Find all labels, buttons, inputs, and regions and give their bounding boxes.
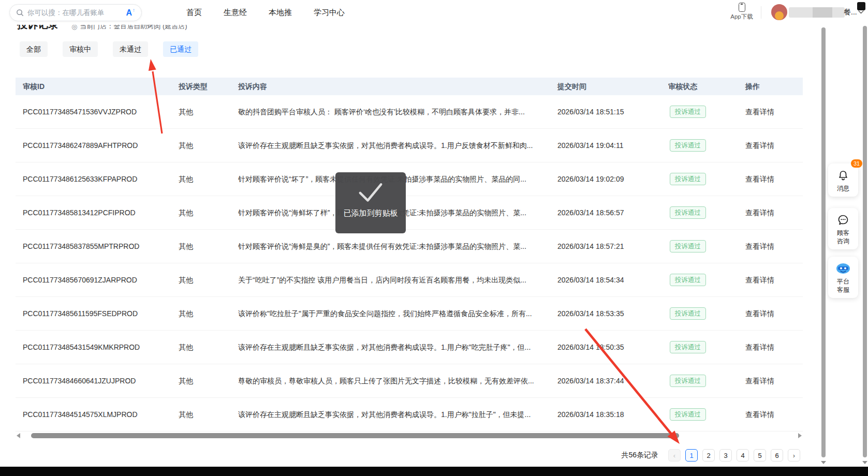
- checkmark-icon: [354, 181, 388, 203]
- filter-tab[interactable]: 全部: [20, 41, 48, 57]
- customer-inquiry-label: 顾客咨询: [836, 229, 850, 245]
- view-details-link[interactable]: 查看详情: [745, 297, 774, 330]
- page-number-button[interactable]: 2: [702, 449, 715, 462]
- platform-service-button[interactable]: 平台客服: [828, 257, 858, 298]
- scroll-right-icon[interactable]: [798, 433, 802, 438]
- cell-status: 投诉通过: [670, 162, 706, 185]
- horizontal-scrollbar[interactable]: [16, 433, 803, 439]
- account-name-suffix[interactable]: 餐...: [844, 8, 857, 17]
- unread-count-badge: 31: [851, 159, 862, 168]
- cell-status: 投诉通过: [670, 398, 706, 421]
- app-download[interactable]: App下载: [730, 3, 754, 21]
- window-vertical-scrollbar[interactable]: [863, 26, 867, 457]
- cell-audit-id: PCC011773485611595FSEDPROD: [23, 297, 138, 330]
- status-badge: 投诉通过: [670, 341, 706, 353]
- cell-audit-id: PCC011773484660641JZUJPROD: [23, 364, 136, 397]
- cell-submit-time: 2026/03/14 18:35:18: [557, 398, 624, 431]
- col-header-audit-id: 审核ID: [23, 78, 45, 95]
- horizontal-scrollbar-thumb[interactable]: [31, 433, 679, 438]
- cell-type: 其他: [179, 129, 193, 162]
- cell-submit-time: 2026/03/14 18:37:44: [557, 364, 624, 397]
- filter-tab[interactable]: 已通过: [163, 41, 198, 57]
- table-row: PCC011773485670691ZJARPROD 其他 关于“吃吐了”的不实…: [16, 263, 803, 297]
- col-header-type: 投诉类型: [179, 78, 208, 95]
- page-number-button[interactable]: 4: [737, 449, 749, 462]
- view-details-link[interactable]: 查看详情: [745, 263, 774, 296]
- customer-inquiry-button[interactable]: 顾客咨询: [828, 208, 858, 249]
- status-badge: 投诉通过: [670, 206, 706, 219]
- table-row: PCC011773486247889AFHTPROD 其他 该评价存在主观臆断且…: [16, 129, 803, 162]
- inner-scroll-down-icon[interactable]: [821, 461, 826, 464]
- cell-status: 投诉通过: [670, 297, 706, 320]
- messages-button[interactable]: 31 消息: [828, 163, 858, 197]
- cell-audit-id: PCC011773485813412PCFIPROD: [23, 196, 136, 229]
- window-scroll-down-icon[interactable]: [862, 461, 867, 464]
- scroll-left-icon[interactable]: [17, 433, 20, 438]
- table-row: PCC011773485813412PCFIPROD 其他 针对顾客评价说“海鲜…: [16, 196, 803, 230]
- account-avatar[interactable]: [771, 4, 787, 20]
- cell-submit-time: 2026/03/14 18:54:34: [557, 263, 624, 296]
- view-details-link[interactable]: 查看详情: [745, 364, 774, 397]
- page-number-button[interactable]: 6: [771, 449, 783, 462]
- cell-type: 其他: [179, 230, 193, 263]
- cell-status: 投诉通过: [670, 331, 706, 353]
- bottom-black-bar: [0, 467, 868, 476]
- cell-content: 该评价存在主观臆断且缺乏事实依据，对其他消费者构成误导。1.用户反馈食材不新鲜和…: [238, 129, 545, 162]
- col-header-status: 审核状态: [668, 78, 697, 95]
- cell-status: 投诉通过: [670, 230, 706, 252]
- view-details-link[interactable]: 查看详情: [745, 196, 774, 229]
- table-header: 审核ID 投诉类型 投诉内容 提交时间 审核状态 操作: [16, 78, 803, 95]
- cell-content: 该评价称"吃拉肚子"属于严重的食品安全问题指控，我们始终严格遵循食品安全标准，所…: [238, 297, 545, 330]
- prev-page-button[interactable]: ‹: [668, 449, 681, 462]
- nav-business[interactable]: 生意经: [224, 8, 247, 18]
- cell-type: 其他: [179, 162, 193, 196]
- view-details-link[interactable]: 查看详情: [745, 331, 774, 364]
- cell-content: 该评价存在主观臆断且缺乏事实依据，对其他消费者构成误导。1.用户称"拉肚子"，但…: [238, 398, 545, 431]
- account-name-redacted: [789, 7, 845, 18]
- filter-tab[interactable]: 审核中: [63, 41, 98, 57]
- view-details-link[interactable]: 查看详情: [745, 129, 774, 162]
- toast-message: 已添加到剪贴板: [344, 209, 398, 218]
- table-row: PCC011773485837855MPTRPROD 其他 针对顾客评价说“海鲜…: [16, 230, 803, 263]
- filter-tab[interactable]: 未通过: [113, 41, 148, 57]
- table-row: PCC011773486125633KFPAPROD 其他 针对顾客评价说“坏了…: [16, 162, 803, 196]
- page-number-button[interactable]: 1: [685, 449, 698, 462]
- cell-audit-id: PCC011773485837855MPTRPROD: [23, 230, 139, 263]
- pagination: 共56条记录 ‹ 1 2 3 4 5 6 ›: [621, 449, 800, 462]
- cell-submit-time: 2026/03/14 19:02:09: [557, 162, 624, 196]
- view-details-link[interactable]: 查看详情: [745, 230, 774, 263]
- next-page-button[interactable]: ›: [788, 449, 800, 462]
- cell-audit-id: PCC011773485431549KMKRPROD: [23, 331, 140, 364]
- cell-audit-id: PCC011773485471536VVJZPROD: [23, 95, 137, 128]
- phone-icon: [739, 3, 745, 12]
- mascot-icon: [836, 262, 850, 275]
- global-search[interactable]: A↑: [9, 4, 142, 21]
- view-details-link[interactable]: 查看详情: [745, 95, 774, 128]
- cell-content: 敬的抖音团购平台审核人员： 顾客评价‘啥也没有’比较模糊，不明白顾客具体要求，并…: [238, 95, 545, 128]
- cell-type: 其他: [179, 398, 193, 431]
- cell-submit-time: 2026/03/14 19:04:11: [557, 129, 623, 162]
- clipboard-toast: 已添加到剪贴板: [335, 172, 406, 233]
- cell-audit-id: PCC011773485670691ZJARPROD: [23, 263, 137, 296]
- cell-status: 投诉通过: [670, 129, 706, 152]
- app-window: 投诉记录 ◎ 当前门店：金百居自助烤肉 (延吉店) 全部 审核中 未通过 已通过…: [0, 0, 868, 476]
- status-badge: 投诉通过: [670, 375, 706, 387]
- inner-vertical-scrollbar[interactable]: [821, 27, 826, 457]
- cell-content: 该评价存在主观臆断且缺乏事实依据，对其他消费者构成误导。1.用户称"吃完肚子疼"…: [238, 331, 545, 364]
- cell-type: 其他: [179, 95, 193, 128]
- search-input[interactable]: [27, 9, 126, 17]
- view-details-link[interactable]: 查看详情: [745, 162, 774, 196]
- search-icon: [16, 9, 24, 17]
- page-number-button[interactable]: 5: [754, 449, 766, 462]
- chevron-down-icon[interactable]: [858, 10, 864, 14]
- col-header-submit-time: 提交时间: [557, 78, 586, 95]
- table-row: PCC011773484660641JZUJPROD 其他 尊敬的审核员，尊敬审…: [16, 364, 803, 398]
- browser-extension-icon[interactable]: [857, 2, 865, 10]
- nav-learn-center[interactable]: 学习中心: [314, 8, 345, 18]
- nav-home[interactable]: 首页: [186, 8, 202, 18]
- ai-search-icon[interactable]: A↑: [126, 9, 135, 17]
- table-body: PCC011773485471536VVJZPROD 其他 敬的抖音团购平台审核…: [16, 95, 803, 432]
- view-details-link[interactable]: 查看详情: [745, 398, 774, 431]
- page-number-button[interactable]: 3: [719, 449, 732, 462]
- nav-local-promo[interactable]: 本地推: [269, 8, 292, 18]
